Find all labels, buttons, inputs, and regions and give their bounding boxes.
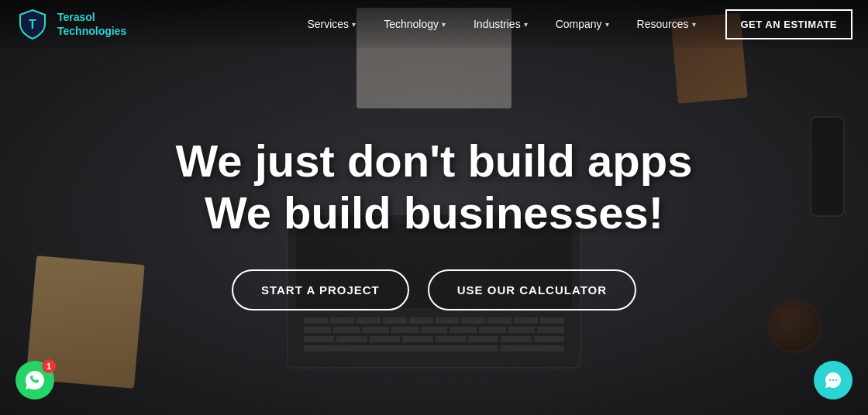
start-project-button[interactable]: START A PROJECT (232, 269, 409, 310)
use-calculator-button[interactable]: USE OUR CALCULATOR (428, 269, 636, 310)
nav-links: Services ▾ Technology ▾ Industries ▾ Com… (293, 0, 709, 48)
chat-button[interactable] (814, 361, 852, 400)
svg-point-1 (829, 379, 831, 381)
company-chevron-icon: ▾ (605, 20, 609, 29)
industries-chevron-icon: ▾ (524, 20, 528, 29)
logo-shield-icon: T (16, 7, 50, 41)
logo-text: Terasol Technologies (57, 10, 126, 38)
nav-resources[interactable]: Resources ▾ (623, 0, 710, 48)
chat-icon (823, 370, 843, 390)
whatsapp-icon (24, 369, 46, 391)
nav-company[interactable]: Company ▾ (542, 0, 623, 48)
svg-point-2 (832, 379, 834, 381)
navbar: T Terasol Technologies Services ▾ Techno… (0, 0, 868, 48)
hero-buttons: START A PROJECT USE OUR CALCULATOR (232, 269, 636, 310)
nav-industries[interactable]: Industries ▾ (460, 0, 542, 48)
technology-chevron-icon: ▾ (442, 20, 446, 29)
whatsapp-badge: 1 (42, 359, 56, 373)
nav-services[interactable]: Services ▾ (293, 0, 370, 48)
svg-text:T: T (29, 18, 36, 31)
get-estimate-button[interactable]: GET AN ESTIMATE (725, 9, 853, 39)
hero-headline: We just don't build apps We build busine… (176, 135, 693, 238)
hero-section: We just don't build apps We build busine… (0, 0, 868, 415)
resources-chevron-icon: ▾ (692, 20, 696, 29)
services-chevron-icon: ▾ (352, 20, 356, 29)
whatsapp-button[interactable]: 1 (16, 361, 54, 400)
svg-point-3 (835, 379, 837, 381)
logo[interactable]: T Terasol Technologies (16, 7, 126, 41)
nav-technology[interactable]: Technology ▾ (370, 0, 460, 48)
